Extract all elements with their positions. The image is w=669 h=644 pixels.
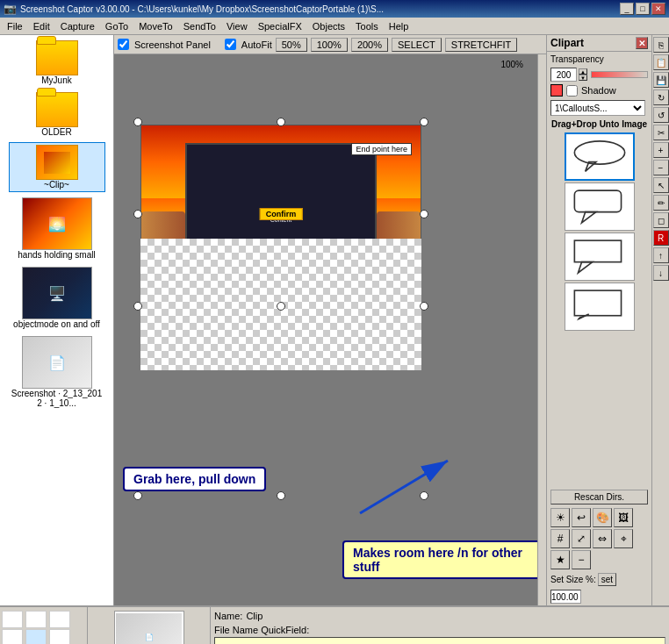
tool-rotate-ccw[interactable]: ↺ — [653, 107, 669, 123]
sidebar-label-clip: ~Clip~ — [44, 180, 69, 190]
tool-down-arrow[interactable]: ↓ — [653, 265, 669, 281]
thumb-hands-img: 🌅 — [23, 198, 91, 249]
clipart-close-button[interactable]: ✕ — [636, 37, 648, 49]
zoom-100-button[interactable]: 100% — [311, 38, 348, 52]
handle-mr[interactable] — [420, 210, 428, 218]
sidebar-item-older[interactable]: OLDER — [9, 90, 105, 139]
tool-pen[interactable]: ✏ — [653, 195, 669, 211]
screenshot-panel-checkbox[interactable] — [118, 39, 129, 50]
nav-cell-ml — [2, 629, 23, 644]
sidebar-label-older: OLDER — [41, 127, 71, 137]
handle-tm[interactable] — [277, 118, 285, 126]
tool-red[interactable]: R — [653, 230, 669, 246]
minimize-button[interactable]: _ — [620, 3, 634, 15]
menu-view[interactable]: View — [221, 19, 253, 33]
setsize-input[interactable] — [550, 590, 581, 604]
clipart-item-1[interactable] — [565, 132, 635, 181]
clipart-item-3[interactable] — [565, 233, 635, 281]
sidebar-item-myjunk[interactable]: MyJunk — [9, 39, 105, 87]
menu-sendto[interactable]: SendTo — [178, 19, 221, 33]
quickfield-input[interactable] — [214, 637, 665, 644]
svg-marker-5 — [581, 212, 595, 223]
preview-thumb[interactable]: 📄 — [114, 611, 184, 644]
tool-select[interactable]: ↖ — [653, 177, 669, 193]
menu-capture[interactable]: Capture — [55, 19, 100, 33]
tool-crop[interactable]: ✂ — [653, 125, 669, 140]
stretchfit-button[interactable]: STRETCHFIT — [445, 38, 517, 52]
sidebar-item-hands[interactable]: 🌅 hands holding small — [9, 196, 105, 261]
handle-bl[interactable] — [133, 302, 142, 311]
nav-panel: Zoom Nav — [0, 607, 88, 644]
zoom-200-button[interactable]: 200% — [351, 38, 388, 52]
shadow-checkbox[interactable] — [566, 85, 578, 97]
undo-icon-btn[interactable]: ↩ — [572, 508, 591, 527]
zoom-50-button[interactable]: 50% — [276, 38, 307, 52]
menu-tools[interactable]: Tools — [350, 19, 384, 33]
handle-bot-r[interactable] — [420, 491, 428, 500]
sidebar-item-objectmode[interactable]: 🖥️ objectmode on and off — [9, 265, 105, 331]
tool-copy[interactable]: ⎘ — [653, 37, 669, 53]
endpoint-label: End point here — [351, 143, 412, 155]
menu-file[interactable]: File — [2, 19, 28, 33]
shadow-label: Shadow — [581, 85, 616, 96]
transparency-slider[interactable] — [591, 71, 648, 78]
clipart-panel: Clipart ✕ Transparency ▲ ▼ Shadow 1\Call… — [546, 35, 651, 605]
resize-icon-btn[interactable]: ⇔ — [593, 529, 612, 548]
cursor-icon-btn[interactable]: ⌖ — [614, 529, 633, 548]
canvas-inner[interactable]: 100% ScreenshotContent Con — [114, 54, 546, 605]
expand-icon-btn[interactable]: ⤢ — [572, 529, 591, 548]
maximize-button[interactable]: □ — [636, 3, 650, 15]
color-icon-btn[interactable]: 🎨 — [593, 508, 612, 527]
transparency-input[interactable] — [550, 68, 577, 82]
svg-rect-4 — [574, 190, 621, 212]
tool-paste[interactable]: 📋 — [653, 54, 669, 70]
thumb-objectmode: 🖥️ — [22, 267, 92, 319]
name-value: Clip — [246, 611, 263, 621]
handle-bm[interactable] — [277, 302, 285, 311]
handle-br[interactable] — [420, 302, 428, 311]
menu-help[interactable]: Help — [384, 19, 414, 33]
handle-bot-l[interactable] — [133, 491, 142, 500]
handle-ml[interactable] — [133, 210, 142, 218]
menu-moveto[interactable]: MoveTo — [133, 19, 178, 33]
rescan-button[interactable]: Rescan Dirs. — [550, 490, 648, 504]
transparency-up[interactable]: ▲ — [579, 68, 587, 75]
menu-objects[interactable]: Objects — [307, 19, 350, 33]
quickfield-area: File Name QuickField: — [214, 625, 665, 644]
shadow-color-box[interactable] — [550, 84, 563, 97]
select-button[interactable]: SELECT — [392, 38, 442, 52]
tool-rotate-cw[interactable]: ↻ — [653, 89, 669, 105]
clipart-grid — [547, 131, 651, 488]
grid-icon-btn[interactable]: # — [550, 529, 570, 548]
tool-zoom-out[interactable]: − — [653, 160, 669, 175]
sun-icon-btn[interactable]: ☀ — [550, 508, 570, 527]
handle-tl[interactable] — [133, 118, 142, 126]
clipart-item-4[interactable] — [565, 283, 635, 331]
sidebar-label-myjunk: MyJunk — [41, 75, 71, 85]
transparency-down[interactable]: ▼ — [579, 75, 587, 81]
image-icon-btn[interactable]: 🖼 — [614, 508, 633, 527]
sidebar-item-clip[interactable]: ~Clip~ — [9, 142, 105, 192]
minus-icon-btn[interactable]: − — [572, 550, 591, 569]
icon-row: ☀ ↩ 🎨 🖼 # ⤢ ⇔ ⌖ ★ − — [547, 506, 651, 571]
clipart-item-2[interactable] — [565, 182, 635, 231]
nav-cell-tm — [25, 611, 47, 628]
autofit-checkbox[interactable] — [225, 39, 236, 50]
sidebar-item-screenshot[interactable]: 📄 Screenshot · 2_13_2012 · 1_10... — [9, 334, 105, 410]
tool-eraser[interactable]: ◻ — [653, 212, 669, 228]
svg-line-1 — [360, 461, 448, 513]
menu-edit[interactable]: Edit — [28, 19, 55, 33]
menu-specialfx[interactable]: SpecialFX — [253, 19, 307, 33]
tool-zoom-in[interactable]: + — [653, 142, 669, 158]
close-button[interactable]: ✕ — [651, 3, 665, 15]
callout-select[interactable]: 1\CalloutsS... — [550, 100, 645, 116]
handle-bot-m[interactable] — [277, 491, 285, 500]
star-icon-btn[interactable]: ★ — [550, 550, 570, 569]
canvas-scrollbar[interactable] — [537, 54, 546, 605]
set-button[interactable]: set — [598, 573, 616, 586]
handle-tr[interactable] — [420, 118, 428, 126]
tool-up-arrow[interactable]: ↑ — [653, 247, 669, 263]
tool-save[interactable]: 💾 — [653, 72, 669, 88]
menu-goto[interactable]: GoTo — [100, 19, 133, 33]
zoom-indicator: 100% — [497, 54, 527, 74]
